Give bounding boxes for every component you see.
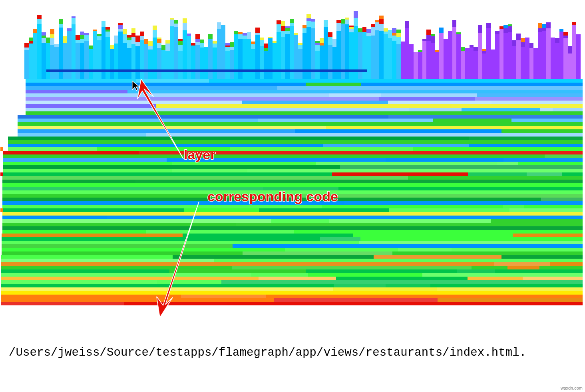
frame-path: /Users/jweiss/Source/testapps/flamegraph… — [9, 345, 526, 360]
flame-row[interactable] — [3, 151, 583, 154]
flame-row[interactable] — [1, 269, 583, 273]
flame-row[interactable] — [26, 101, 583, 104]
flame-row[interactable] — [2, 180, 583, 183]
flame-row[interactable] — [2, 226, 583, 230]
flame-row[interactable] — [26, 86, 583, 90]
flame-row[interactable] — [1, 266, 583, 269]
flame-row[interactable] — [1, 291, 583, 295]
selected-layer-highlight — [46, 69, 367, 72]
flame-row[interactable] — [8, 144, 583, 147]
arrow-code — [154, 202, 200, 317]
hovered-frame-details: /Users/jweiss/Source/testapps/flamegraph… — [9, 314, 526, 392]
flame-row[interactable] — [18, 129, 583, 133]
screenshot-root: { "chart_data": { "type": "flamegraph", … — [0, 0, 585, 392]
flame-row[interactable] — [26, 90, 583, 93]
flame-row[interactable] — [2, 230, 583, 234]
flame-row[interactable] — [1, 259, 583, 262]
flame-row[interactable] — [2, 183, 583, 187]
flame-row[interactable] — [1, 284, 583, 287]
flame-row[interactable] — [1, 277, 583, 280]
flame-row[interactable] — [3, 158, 583, 162]
watermark: wsxdn.com — [561, 386, 583, 390]
flame-row[interactable] — [8, 140, 583, 144]
flame-row[interactable] — [2, 248, 583, 251]
flame-row[interactable] — [2, 223, 583, 226]
flame-row[interactable] — [26, 104, 583, 108]
annotation-layer-label: layer — [184, 147, 215, 162]
flame-row[interactable] — [2, 241, 583, 244]
flame-row[interactable] — [18, 119, 583, 122]
flame-row[interactable] — [2, 234, 583, 237]
flame-row[interactable] — [18, 126, 583, 129]
flame-row[interactable] — [3, 162, 583, 165]
flame-row[interactable] — [2, 244, 583, 248]
flame-row[interactable] — [1, 287, 583, 291]
flame-row[interactable] — [3, 172, 583, 176]
flame-row[interactable] — [2, 237, 583, 241]
flame-row[interactable] — [18, 133, 583, 137]
flame-row[interactable] — [3, 169, 583, 172]
flame-row[interactable] — [8, 147, 583, 151]
flame-row[interactable] — [2, 219, 583, 223]
flame-row[interactable] — [26, 108, 583, 111]
flame-row[interactable] — [2, 208, 583, 212]
flame-row[interactable] — [1, 298, 583, 302]
flame-row[interactable] — [2, 176, 583, 180]
flame-row[interactable] — [26, 111, 583, 115]
flame-row[interactable] — [18, 115, 583, 119]
flame-row[interactable] — [2, 205, 583, 208]
flame-peaks-left[interactable] — [24, 0, 401, 79]
flame-row[interactable] — [26, 93, 583, 97]
flame-row[interactable] — [1, 273, 583, 277]
flame-row[interactable] — [1, 255, 583, 259]
flame-row[interactable] — [2, 251, 583, 255]
flame-row[interactable] — [3, 165, 583, 169]
flame-peaks-right[interactable] — [401, 0, 581, 79]
flame-row[interactable] — [8, 137, 583, 140]
flame-row[interactable] — [26, 79, 583, 83]
flame-row[interactable] — [1, 302, 583, 305]
flame-row[interactable] — [3, 154, 583, 158]
flame-row[interactable] — [26, 97, 583, 101]
flame-row[interactable] — [1, 280, 583, 284]
annotation-code-label: corresponding code — [207, 189, 338, 204]
flame-row[interactable] — [26, 83, 583, 86]
flame-row[interactable] — [2, 216, 583, 219]
flame-row[interactable] — [1, 295, 583, 298]
flame-row[interactable] — [18, 122, 583, 126]
flame-row[interactable] — [2, 212, 583, 216]
flame-row[interactable] — [1, 262, 583, 266]
